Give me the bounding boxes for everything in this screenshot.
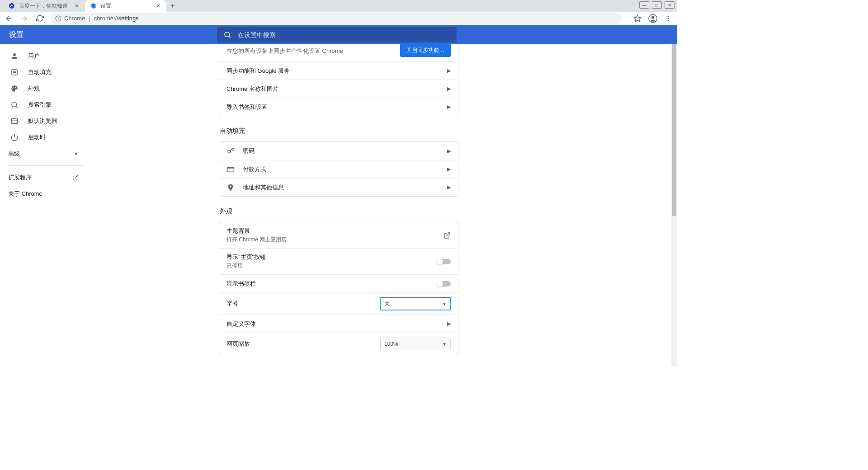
power-icon [10,133,19,141]
row-label: 付款方式 [243,165,266,174]
bookmarks-bar-label: 显示书签栏 [226,280,256,288]
svg-marker-4 [634,15,641,21]
settings-search-box[interactable] [217,27,457,42]
payment-methods-row[interactable]: 付款方式 ▶ [219,160,458,178]
advanced-label: 高级 [8,150,20,158]
close-icon[interactable]: ✕ [73,2,80,9]
close-window-button[interactable]: ✕ [665,1,675,9]
maximize-button[interactable]: □ [652,1,662,9]
page-zoom-value: 100% [384,341,398,347]
address-bar: Chrome | chrome://settings [0,12,677,25]
window-controls: — □ ✕ [639,1,675,9]
font-size-dropdown[interactable]: 大 ▼ [380,297,451,310]
show-bookmarks-toggle[interactable] [437,281,451,287]
sidebar-extensions-link[interactable]: 扩展程序 [0,169,90,186]
svg-point-18 [15,87,16,88]
reload-button[interactable] [35,14,44,23]
search-icon [10,101,19,109]
new-tab-button[interactable]: + [166,0,179,12]
tab-title: 设置 [100,2,151,10]
sidebar-about-chrome[interactable]: 关于 Chrome [0,186,90,202]
bookmark-star-icon[interactable] [633,14,642,23]
page-zoom-label: 网页缩放 [226,340,250,348]
sidebar-advanced-toggle[interactable]: 高级 ▼ [0,146,90,162]
sidebar-divider [7,165,84,166]
scrollbar-track[interactable] [671,44,677,366]
user-section-card: 在您的所有设备上同步并个性化设置 Chrome 开启同步功能… 同步功能和 Go… [219,44,458,116]
extensions-label: 扩展程序 [8,174,32,182]
omnibox-separator: | [89,15,90,22]
enable-sync-button[interactable]: 开启同步功能… [400,44,451,57]
row-label: 密码 [243,147,255,155]
external-link-icon [72,174,79,181]
sidebar-item-appearance[interactable]: 外观 [0,80,90,97]
import-bookmarks-row[interactable]: 导入书签和设置 ▶ [219,98,458,116]
forward-button[interactable] [20,14,29,23]
dropdown-arrow-icon: ▼ [442,301,447,306]
svg-point-8 [668,18,669,19]
sidebar-item-autofill[interactable]: 自动填充 [0,64,90,80]
custom-font-label: 自定义字体 [226,320,256,328]
autofill-section-card: 密码 ▶ 付款方式 ▶ 地址和其他信息 ▶ [219,141,458,197]
chrome-name-row[interactable]: Chrome 名称和图片 ▶ [219,80,458,98]
page-zoom-dropdown[interactable]: 100% ▼ [380,338,451,350]
show-home-toggle[interactable] [437,259,451,264]
sidebar-item-on-startup[interactable]: 启动时 [0,129,90,146]
browser-tab-settings[interactable]: 设置 ✕ [85,0,166,12]
dropdown-arrow-icon: ▼ [442,342,447,347]
person-icon [10,52,19,60]
tab-title: 百度一下，你就知道 [19,2,70,10]
search-icon [223,31,231,39]
passwords-row[interactable]: 密码 ▶ [219,142,458,160]
section-title-appearance: 外观 [220,207,458,216]
svg-rect-21 [11,119,18,124]
svg-point-12 [13,53,16,56]
sidebar-item-label: 用户 [28,52,40,60]
omnibox[interactable]: Chrome | chrome://settings [51,13,621,24]
row-label: 导入书签和设置 [226,103,268,111]
chevron-right-icon: ▶ [447,104,451,110]
location-icon [226,183,235,192]
row-label: 同步功能和 Google 服务 [226,67,290,75]
scrollbar-thumb[interactable] [672,44,676,216]
browser-tab-baidu[interactable]: 百度一下，你就知道 ✕ [4,0,85,12]
sidebar-item-label: 自动填充 [28,68,52,76]
show-home-button-row: 显示"主页"按钮 已停用 [219,248,458,274]
chevron-down-icon: ▼ [74,151,79,156]
minimize-button[interactable]: — [639,1,649,9]
theme-subtitle: 打开 Chrome 网上应用店 [226,236,287,244]
sync-services-row[interactable]: 同步功能和 Google 服务 ▶ [219,61,458,80]
settings-content: 在您的所有设备上同步并个性化设置 Chrome 开启同步功能… 同步功能和 Go… [90,44,677,366]
close-icon[interactable]: ✕ [155,2,162,9]
menu-icon[interactable] [664,14,673,23]
font-size-label: 字号 [226,300,238,308]
page-zoom-row: 网页缩放 100% ▼ [219,333,458,355]
chevron-right-icon: ▶ [447,86,451,92]
sidebar-item-search-engine[interactable]: 搜索引擎 [0,97,90,113]
addresses-row[interactable]: 地址和其他信息 ▶ [219,178,458,196]
custom-font-row[interactable]: 自定义字体 ▶ [219,315,458,333]
chevron-right-icon: ▶ [447,321,451,327]
sidebar-item-label: 默认浏览器 [28,117,57,125]
sidebar-item-default-browser[interactable]: 默认浏览器 [0,113,90,129]
appearance-section-card: 主题背景 打开 Chrome 网上应用店 显示"主页"按钮 已停用 显示书签栏 [219,222,458,355]
profile-avatar-icon[interactable] [648,14,657,23]
browser-tab-strip: 百度一下，你就知道 ✕ 设置 ✕ + — □ ✕ [0,0,677,12]
show-bookmarks-bar-row: 显示书签栏 [219,274,458,292]
row-label: 地址和其他信息 [243,183,284,192]
back-button[interactable] [5,14,14,23]
key-icon [226,147,235,155]
settings-search-input[interactable] [238,31,450,38]
svg-point-9 [668,20,669,21]
sidebar-item-user[interactable]: 用户 [0,48,90,64]
gear-icon [90,2,97,9]
svg-point-19 [12,102,17,107]
svg-point-16 [12,88,13,89]
settings-sidebar: 用户 自动填充 外观 搜索引擎 默认浏览器 启动时 高级 ▼ 扩展程序 [0,44,90,366]
svg-point-7 [668,16,669,17]
url-scheme: chrome:// [94,15,118,22]
font-size-value: 大 [384,300,390,308]
chevron-right-icon: ▶ [447,148,451,154]
theme-row[interactable]: 主题背景 打开 Chrome 网上应用店 [219,222,458,248]
site-info-icon[interactable]: Chrome [55,15,85,22]
